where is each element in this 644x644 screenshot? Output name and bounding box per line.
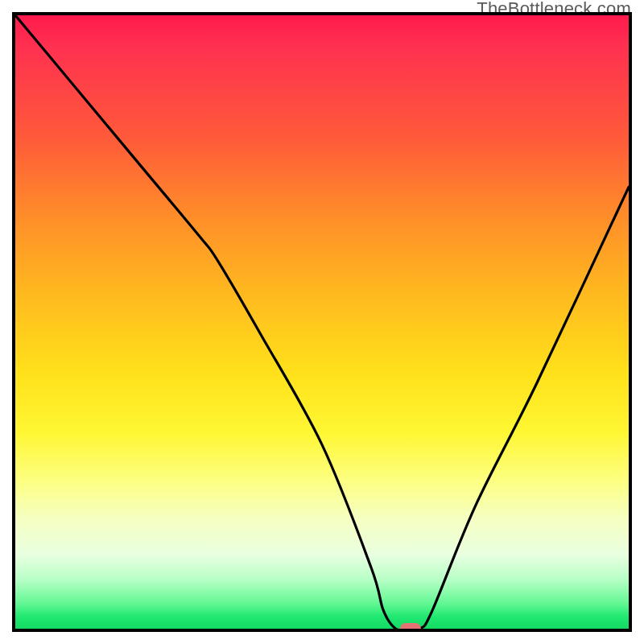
plot-area (12, 12, 632, 632)
optimal-marker (400, 623, 421, 632)
chart-container: TheBottleneck.com (0, 0, 644, 644)
bottleneck-curve (15, 15, 629, 629)
